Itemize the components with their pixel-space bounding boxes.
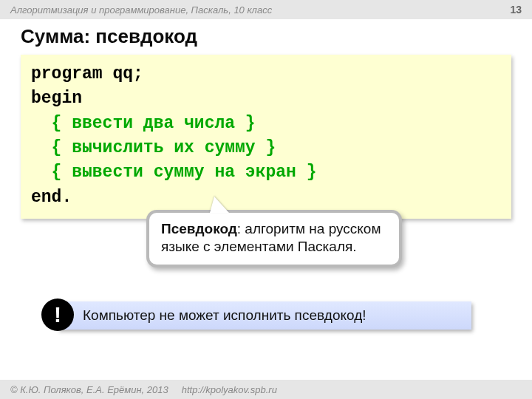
code-comment: { вывести сумму на экран } <box>31 163 316 182</box>
callout-term: Псевдокод <box>161 221 237 236</box>
course-line: Алгоритмизация и программирование, Паска… <box>10 4 272 16</box>
notice-text: Компьютер не может исполнить псевдокод! <box>83 307 366 324</box>
code-line: begin <box>31 89 82 108</box>
notice-bar: ! Компьютер не может исполнить псевдокод… <box>58 301 471 330</box>
slide-header: Алгоритмизация и программирование, Паска… <box>0 0 532 19</box>
slide-footer: © К.Ю. Поляков, Е.А. Ерёмин, 2013 http:/… <box>0 380 532 399</box>
callout: Псевдокод: алгоритм на русском языке с э… <box>146 210 402 267</box>
code-comment: { ввести два числа } <box>31 114 256 133</box>
callout-box: Псевдокод: алгоритм на русском языке с э… <box>146 210 402 267</box>
callout-tail-icon <box>210 197 229 213</box>
code-comment: { вычислить их сумму } <box>31 138 276 157</box>
copyright: © К.Ю. Поляков, Е.А. Ерёмин, 2013 <box>10 384 168 395</box>
page-number: 13 <box>510 4 522 16</box>
code-block: program qq; begin { ввести два числа } {… <box>21 55 511 219</box>
exclamation-icon: ! <box>41 299 74 331</box>
footer-url: http://kpolyakov.spb.ru <box>182 384 277 395</box>
code-line: program qq; <box>31 64 143 83</box>
code-line: end. <box>31 188 72 207</box>
slide-title: Сумма: псевдокод <box>21 25 197 48</box>
